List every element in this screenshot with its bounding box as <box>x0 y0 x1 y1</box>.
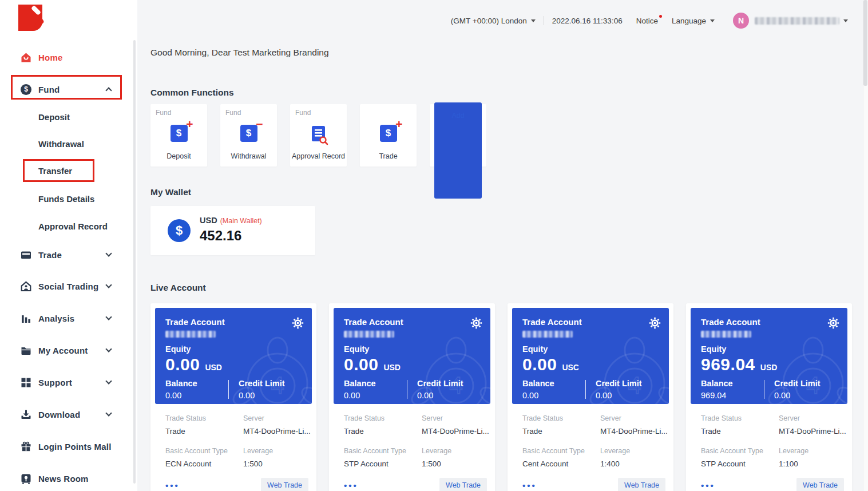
gear-icon[interactable] <box>649 317 661 331</box>
support-icon <box>21 377 31 388</box>
account-number-redacted <box>701 331 751 338</box>
section-title-my-wallet: My Wallet <box>150 187 191 197</box>
account-type-value: STP Account <box>344 460 422 468</box>
gear-icon[interactable] <box>470 317 482 331</box>
trade-status-value: Trade <box>165 427 243 435</box>
live-account-card-2: Trade Account Equity 0.00 USD Balance0.0… <box>329 303 495 491</box>
sidebar-item-my-account[interactable]: My Account <box>0 340 137 361</box>
shortcut-card-withdrawal[interactable]: Fund $− Withdrawal <box>220 104 277 167</box>
balance-value: 0.00 <box>165 391 228 400</box>
account-number-redacted <box>522 331 573 338</box>
sidebar-item-approval-record[interactable]: Approval Record <box>0 216 137 236</box>
sidebar-item-fund[interactable]: $ Fund <box>0 79 137 100</box>
trade-icon <box>21 250 31 260</box>
leverage-value: 1:400 <box>600 460 673 468</box>
sidebar-item-label: Fund <box>38 85 60 94</box>
chevron-down-icon[interactable] <box>105 378 112 384</box>
more-actions-dots[interactable]: ••• <box>344 481 358 490</box>
sidebar-item-download[interactable]: Download <box>0 404 137 425</box>
server-value: MT4-DooPrime-Li... <box>422 427 495 435</box>
sidebar: Home $ Fund Deposit Withdrawal Transfer … <box>0 0 137 491</box>
trade-status-value: Trade <box>522 427 600 435</box>
balance-value: 0.00 <box>522 391 585 400</box>
shortcut-card-trade[interactable]: $+ Trade <box>360 104 417 167</box>
account-type-value: Cent Account <box>522 460 600 468</box>
section-title-common-functions: Common Functions <box>150 88 234 98</box>
sidebar-item-funds-details[interactable]: Funds Details <box>0 188 137 209</box>
document-search-icon <box>308 125 329 148</box>
chevron-down-icon[interactable] <box>105 282 112 288</box>
balance-value: 969.04 <box>701 391 764 400</box>
sidebar-item-news-room[interactable]: News Room <box>0 468 137 489</box>
common-functions-row: Fund $+ Deposit Fund $− Withdrawal Fund <box>150 104 486 167</box>
analysis-icon <box>21 313 31 324</box>
web-trade-button[interactable]: Web Trade <box>796 478 844 491</box>
leverage-value: 1:100 <box>779 460 852 468</box>
live-account-card-4: Trade Account Equity 969.04 USD Balance9… <box>686 303 852 491</box>
sidebar-scrollbar[interactable] <box>133 40 136 484</box>
web-trade-button[interactable]: Web Trade <box>618 478 665 491</box>
download-icon <box>21 409 31 420</box>
dollar-plus-icon: $+ <box>171 125 188 142</box>
dollar-plus-icon: $+ <box>380 125 397 142</box>
sidebar-item-withdrawal[interactable]: Withdrawal <box>0 133 137 154</box>
equity-value: 0.00 <box>522 355 557 374</box>
section-title-live-account: Live Account <box>150 283 206 293</box>
chevron-down-icon[interactable] <box>105 250 112 256</box>
credit-limit-value: 0.00 <box>596 391 659 400</box>
main-content: Good Morning, Dear Test Marketing Brandi… <box>137 0 863 491</box>
sidebar-item-social-trading[interactable]: Social Trading <box>0 276 137 296</box>
leverage-value: 1:500 <box>243 460 316 468</box>
web-trade-button[interactable]: Web Trade <box>439 478 487 491</box>
wallet-currency: USD <box>200 216 217 225</box>
more-actions-dots[interactable]: ••• <box>165 481 180 490</box>
dollar-minus-icon: $− <box>240 125 257 142</box>
trade-account-title: Trade Account <box>165 317 302 327</box>
shortcut-card-add[interactable]: + Add <box>430 104 486 167</box>
equity-value: 0.00 <box>165 355 200 374</box>
sidebar-item-transfer[interactable]: Transfer <box>0 160 137 181</box>
equity-currency: USD <box>205 363 222 372</box>
server-value: MT4-DooPrime-Li... <box>779 427 852 435</box>
more-actions-dots[interactable]: ••• <box>522 481 537 490</box>
sidebar-item-trade[interactable]: Trade <box>0 244 137 265</box>
page-scrollbar-thumb[interactable] <box>863 0 867 86</box>
trade-account-title: Trade Account <box>522 317 659 327</box>
account-number-redacted <box>344 331 394 338</box>
leverage-value: 1:500 <box>422 460 495 468</box>
news-room-icon <box>21 473 31 484</box>
shortcut-card-deposit[interactable]: Fund $+ Deposit <box>150 104 207 167</box>
web-trade-button[interactable]: Web Trade <box>261 478 308 491</box>
social-trading-icon <box>21 281 31 292</box>
trade-account-title: Trade Account <box>701 317 837 327</box>
sidebar-item-login-points-mall[interactable]: Login Points Mall <box>0 436 137 457</box>
trade-status-value: Trade <box>344 427 422 435</box>
account-type-value: STP Account <box>701 460 779 468</box>
sidebar-item-deposit[interactable]: Deposit <box>0 106 137 127</box>
dollar-circle-icon: $ <box>168 219 191 242</box>
doo-prime-logo[interactable] <box>15 5 47 34</box>
page-scrollbar[interactable] <box>863 0 868 491</box>
chevron-down-icon[interactable] <box>105 314 112 320</box>
chevron-down-icon[interactable] <box>105 410 112 416</box>
sidebar-item-home[interactable]: Home <box>0 47 137 68</box>
sidebar-item-analysis[interactable]: Analysis <box>0 308 137 328</box>
equity-currency: USC <box>562 363 579 372</box>
equity-value: 969.04 <box>701 355 755 374</box>
home-icon <box>21 52 31 63</box>
equity-currency: USD <box>760 363 778 372</box>
shortcut-card-approval-record[interactable]: Fund Approval Record <box>290 104 347 167</box>
gear-icon[interactable] <box>292 317 304 331</box>
fund-icon: $ <box>21 84 31 95</box>
sidebar-item-support[interactable]: Support <box>0 372 137 393</box>
live-account-row: Trade Account Equity 0.00 USD Balance0.0… <box>150 303 852 491</box>
account-type-value: ECN Account <box>165 460 243 468</box>
more-actions-dots[interactable]: ••• <box>701 481 715 490</box>
gear-icon[interactable] <box>827 317 839 331</box>
chevron-down-icon[interactable] <box>105 346 112 352</box>
chevron-up-icon[interactable] <box>105 87 112 93</box>
live-account-card-1: Trade Account Equity 0.00 USD Balance0.0… <box>150 303 316 491</box>
equity-value: 0.00 <box>344 355 378 374</box>
balance-value: 0.00 <box>344 391 407 400</box>
sidebar-item-label: Home <box>38 53 62 62</box>
